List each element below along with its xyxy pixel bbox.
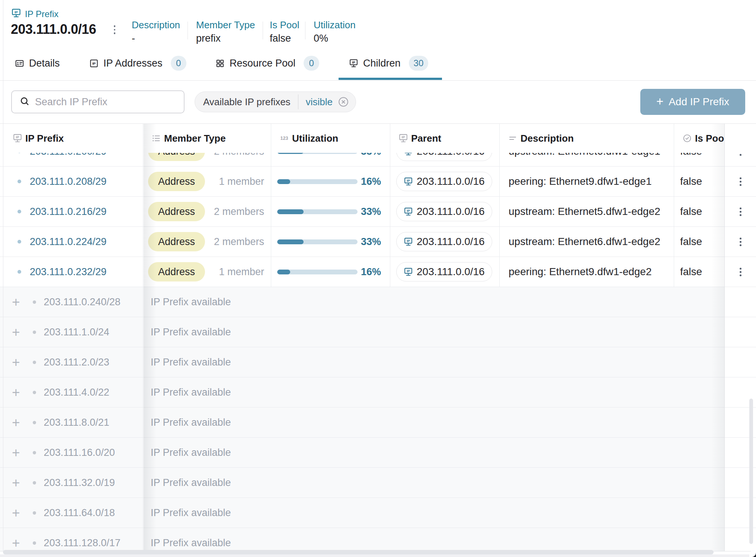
active-tab-underline: [339, 78, 442, 80]
ip-prefix-icon: IP: [404, 237, 413, 247]
available-prefix-label: 203.111.2.0/23: [44, 357, 109, 368]
cell-available: IP Prefix available: [143, 408, 725, 437]
row-actions-kebab-icon[interactable]: [740, 207, 741, 216]
cell-available: IP Prefix available: [143, 347, 725, 377]
column-header-utilization: 123Utilization: [271, 124, 390, 153]
parent-link[interactable]: IP203.111.0.0/16: [396, 202, 492, 221]
list-icon: [151, 133, 161, 143]
table-row-prefix: 203.111.0.232/29Address1 member16%IP203.…: [0, 257, 756, 287]
cell-is-pool: false: [674, 257, 725, 287]
add-ip-prefix-button[interactable]: + Add IP Prefix: [640, 89, 745, 115]
member-count: 1 member: [219, 176, 264, 187]
cell-actions: [725, 167, 756, 196]
svg-text:IP: IP: [402, 135, 405, 139]
column-header-member-type: Member Type: [143, 124, 271, 153]
cell-ip-prefix: 203.111.0.224/29: [0, 227, 143, 257]
horizontal-scrollbar-thumb[interactable]: [3, 550, 714, 554]
breadcrumb: IP IP Prefix: [11, 8, 58, 20]
meta-value: 0%: [314, 33, 356, 44]
available-label: IP Prefix available: [151, 507, 231, 519]
tab-count-badge: 30: [409, 56, 429, 71]
svg-text:IP: IP: [352, 60, 355, 64]
available-label: IP Prefix available: [151, 357, 231, 368]
add-prefix-plus-icon[interactable]: +: [12, 446, 20, 460]
filter-chip[interactable]: Available IP prefixes visible: [195, 91, 356, 112]
tab-ip-addresses[interactable]: IPIP Addresses0: [89, 52, 186, 74]
tab-label: Children: [363, 58, 401, 69]
member-count: 2 members: [214, 236, 264, 248]
tab-children[interactable]: IPChildren30: [349, 52, 428, 74]
prefix-bullet-icon: [33, 481, 36, 484]
add-prefix-plus-icon[interactable]: +: [12, 325, 20, 339]
cell-actions: [725, 317, 756, 347]
cell-ip-prefix: +203.111.16.0/20: [0, 438, 143, 467]
utilization-bar: [277, 239, 358, 244]
svg-text:IP: IP: [15, 10, 18, 14]
cell-ip-prefix: 203.111.0.232/29: [0, 257, 143, 287]
cell-is-pool: false: [674, 227, 725, 257]
parent-link[interactable]: IP203.111.0.0/16: [396, 262, 492, 281]
add-prefix-plus-icon[interactable]: +: [12, 536, 20, 550]
text-lines-icon: [508, 133, 518, 143]
cell-available: IP Prefix available: [143, 528, 725, 551]
check-circle-icon: [682, 133, 692, 143]
cell-actions: [725, 257, 756, 287]
tab-resource-pool[interactable]: Resource Pool0: [215, 52, 319, 74]
prefix-bullet-icon: [17, 180, 21, 183]
column-header-label: Is Pool: [695, 133, 725, 144]
search-icon: [12, 96, 30, 108]
prefix-bullet-icon: [33, 391, 36, 394]
tab-count-badge: 0: [171, 56, 186, 71]
prefix-link[interactable]: 203.111.0.208/29: [30, 176, 106, 187]
available-label: IP Prefix available: [151, 326, 231, 338]
search-input[interactable]: [35, 96, 169, 108]
parent-link[interactable]: IP203.111.0.0/16: [396, 172, 492, 191]
utilization-value: 33%: [361, 206, 381, 218]
table-row-available: +203.111.4.0/22IP Prefix available: [0, 377, 756, 408]
cell-ip-prefix: +203.111.128.0/17: [0, 528, 143, 551]
cell-utilization: 33%: [271, 227, 390, 257]
meta-label: Utilization: [314, 19, 356, 30]
cell-ip-prefix: 203.111.0.216/29: [0, 197, 143, 226]
breadcrumb-label[interactable]: IP Prefix: [25, 9, 58, 19]
parent-link[interactable]: IP203.111.0.0/16: [396, 232, 492, 251]
utilization-value: 16%: [361, 266, 381, 278]
column-header-actions: [725, 124, 756, 153]
grid-icon: [215, 59, 225, 68]
cell-available: IP Prefix available: [143, 438, 725, 467]
prefix-link[interactable]: 203.111.0.216/29: [30, 206, 106, 218]
table-row-available: +203.111.32.0/19IP Prefix available: [0, 468, 756, 498]
tab-details[interactable]: Details: [15, 52, 60, 74]
remove-filter-icon[interactable]: [338, 96, 349, 107]
cell-description: peering: Ethernet9.dfw1-edge2: [500, 257, 674, 287]
add-prefix-plus-icon[interactable]: +: [12, 506, 20, 520]
available-prefix-label: 203.111.32.0/19: [44, 477, 115, 489]
vertical-scrollbar-thumb[interactable]: [749, 399, 753, 544]
available-prefix-label: 203.111.64.0/18: [44, 507, 115, 519]
tab-label: Details: [29, 58, 60, 69]
available-prefix-label: 203.111.8.0/21: [44, 417, 109, 428]
cell-available: IP Prefix available: [143, 498, 725, 528]
cell-ip-prefix: +203.111.1.0/24: [0, 317, 143, 347]
column-header-ip-prefix: IPIP Prefix: [0, 124, 143, 153]
row-actions-kebab-icon[interactable]: [740, 268, 741, 276]
prefix-link[interactable]: 203.111.0.232/29: [30, 266, 106, 278]
cell-ip-prefix: +203.111.4.0/22: [0, 377, 143, 407]
utilization-bar: [277, 270, 358, 274]
add-prefix-plus-icon[interactable]: +: [12, 476, 20, 490]
row-actions-kebab-icon[interactable]: [740, 238, 741, 246]
ip-prefix-icon: IP: [404, 177, 413, 186]
filter-chip-label: Available IP prefixes: [203, 96, 291, 108]
add-prefix-plus-icon[interactable]: +: [12, 416, 20, 429]
meta-divider: [263, 22, 263, 39]
prefix-link[interactable]: 203.111.0.224/29: [30, 236, 106, 248]
add-prefix-plus-icon[interactable]: +: [12, 386, 20, 399]
add-prefix-plus-icon[interactable]: +: [12, 355, 20, 369]
column-header-label: Description: [520, 133, 574, 144]
cell-is-pool: false: [674, 197, 725, 226]
cell-ip-prefix: +203.111.32.0/19: [0, 468, 143, 498]
cell-description: upstream: Ethernet5.dfw1-edge2: [500, 197, 674, 226]
table-row-available: +203.111.128.0/17IP Prefix available: [0, 528, 756, 551]
row-actions-kebab-icon[interactable]: [740, 177, 741, 186]
add-prefix-plus-icon[interactable]: +: [12, 295, 20, 309]
